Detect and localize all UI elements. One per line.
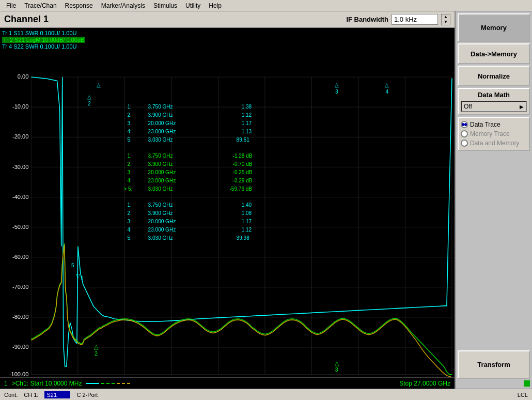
statusbar: Cont. CH 1: C 2-Port LCL <box>0 389 532 400</box>
ch-label: CH 1: <box>24 392 38 398</box>
data-math-title: Data Math <box>461 91 527 99</box>
menu-trace-chan[interactable]: Trace/Chan <box>20 1 60 10</box>
svg-text:89.61: 89.61 <box>237 136 249 142</box>
svg-text:3:: 3: <box>127 120 131 126</box>
transform-button[interactable]: Transform <box>458 350 530 379</box>
legend-cyan <box>86 383 99 384</box>
data-math-dropdown[interactable]: Off ▶ <box>461 101 527 112</box>
svg-text:2:: 2: <box>127 210 131 216</box>
menu-help[interactable]: Help <box>205 1 226 10</box>
trace-2-info: Tr 2 S21 LogM 10.00dB/ 0.00dB <box>2 37 85 43</box>
svg-text:4:: 4: <box>127 227 131 233</box>
chart-bottom: 1 >Ch1: Start 10.0000 MHz Stop 27.0000 G… <box>0 377 455 389</box>
svg-text:△: △ <box>97 82 101 88</box>
svg-text:3.900 GHz: 3.900 GHz <box>148 112 173 118</box>
normalize-button[interactable]: Normalize <box>458 66 530 86</box>
svg-text:△: △ <box>335 82 339 88</box>
svg-text:-80.00: -80.00 <box>12 314 28 320</box>
svg-text:-0.25 dB: -0.25 dB <box>233 170 253 175</box>
legend-green <box>101 383 115 384</box>
svg-text:20.000 GHz: 20.000 GHz <box>148 120 176 126</box>
svg-text:3.900 GHz: 3.900 GHz <box>148 210 173 216</box>
svg-text:3.030 GHz: 3.030 GHz <box>148 186 173 192</box>
cont-mode: Cont. <box>4 392 18 398</box>
svg-text:3:: 3: <box>127 170 131 175</box>
trace-1-info: Tr 1 S11 SWR 0.100U/ 1.00U <box>2 30 85 36</box>
svg-text:1.08: 1.08 <box>242 210 252 216</box>
memory-button[interactable]: Memory <box>458 13 530 42</box>
if-bandwidth-down[interactable]: ▼ <box>442 20 450 25</box>
svg-text:23.000 GHz: 23.000 GHz <box>148 129 176 134</box>
menu-response[interactable]: Response <box>61 1 97 10</box>
s21-input[interactable] <box>44 391 70 398</box>
menu-file[interactable]: File <box>2 1 20 10</box>
svg-text:-1.28 dB: -1.28 dB <box>233 153 253 159</box>
svg-text:1.40: 1.40 <box>242 202 252 208</box>
svg-text:5:: 5: <box>127 136 131 142</box>
green-indicator <box>524 380 530 387</box>
if-bandwidth-area: IF Bandwidth ▲ ▼ <box>346 14 450 25</box>
svg-text:1.17: 1.17 <box>242 219 252 224</box>
svg-text:△: △ <box>87 94 91 100</box>
svg-text:1.12: 1.12 <box>242 227 252 233</box>
menu-stimulus[interactable]: Stimulus <box>149 1 181 10</box>
svg-text:-30.00: -30.00 <box>12 163 28 170</box>
port-label: C 2-Port <box>76 392 98 398</box>
data-trace-label: Data Trace <box>470 121 500 128</box>
svg-text:20.000 GHz: 20.000 GHz <box>148 219 176 224</box>
svg-text:1.12: 1.12 <box>242 112 252 118</box>
data-and-memory-radio-dot <box>461 140 468 147</box>
menu-utility[interactable]: Utility <box>181 1 205 10</box>
lcl-label: LCL <box>518 392 528 398</box>
data-trace-radio-dot <box>461 121 468 128</box>
trace-number: 1 <box>4 380 8 387</box>
menubar: File Trace/Chan Response Marker/Analysis… <box>0 0 532 11</box>
dropdown-arrow-icon: ▶ <box>520 104 524 110</box>
svg-text:2: 2 <box>88 101 91 106</box>
if-bandwidth-up[interactable]: ▲ <box>442 14 450 20</box>
svg-text:5:: 5: <box>127 235 131 241</box>
svg-text:23.000 GHz: 23.000 GHz <box>148 178 176 183</box>
main-area: Channel 1 IF Bandwidth ▲ ▼ Tr 1 S11 SWR … <box>0 11 532 389</box>
svg-text:-40.00: -40.00 <box>12 193 28 199</box>
svg-text:-0.70 dB: -0.70 dB <box>233 161 253 167</box>
stop-info: Stop 27.0000 GHz <box>399 380 450 387</box>
trace-display-radio-group: Data Trace Memory Trace Data and Memory <box>458 117 530 151</box>
menu-marker-analysis[interactable]: Marker/Analysis <box>97 1 149 10</box>
svg-text:2: 2 <box>95 350 98 357</box>
chart-header: Channel 1 IF Bandwidth ▲ ▼ <box>0 11 455 28</box>
svg-text:-0.29 dB: -0.29 dB <box>233 178 253 183</box>
svg-text:23.000 GHz: 23.000 GHz <box>148 227 176 233</box>
memory-trace-radio[interactable]: Memory Trace <box>461 130 527 137</box>
svg-text:-50.00: -50.00 <box>12 223 28 229</box>
right-panel: Memory Data->Memory Normalize Data Math … <box>455 11 532 389</box>
svg-text:3.750 GHz: 3.750 GHz <box>148 153 173 159</box>
svg-text:△: △ <box>94 344 99 350</box>
svg-text:3.900 GHz: 3.900 GHz <box>148 161 173 167</box>
svg-text:3: 3 <box>335 366 338 373</box>
chart-svg: 0.00 -10.00 -20.00 -30.00 -40.00 -50.00 … <box>0 28 455 377</box>
if-bandwidth-input[interactable] <box>392 14 438 25</box>
svg-text:1:: 1: <box>127 202 131 208</box>
svg-text:3.750 GHz: 3.750 GHz <box>148 202 173 208</box>
svg-text:1.17: 1.17 <box>242 120 252 126</box>
svg-text:1.38: 1.38 <box>242 104 252 110</box>
svg-text:3: 3 <box>335 89 338 95</box>
svg-text:0.00: 0.00 <box>18 73 29 80</box>
chart-area: Channel 1 IF Bandwidth ▲ ▼ Tr 1 S11 SWR … <box>0 11 455 389</box>
svg-text:3:: 3: <box>127 219 131 224</box>
svg-text:-10.00: -10.00 <box>12 103 28 110</box>
svg-text:▽: ▽ <box>76 273 80 279</box>
trace-4-info: Tr 4 S22 SWR 0.100U/ 1.00U <box>2 43 85 50</box>
data-math-group: Data Math Off ▶ <box>458 88 530 115</box>
svg-text:3.030 GHz: 3.030 GHz <box>148 235 173 241</box>
svg-text:1:: 1: <box>127 153 131 159</box>
data-memory-button[interactable]: Data->Memory <box>458 43 530 64</box>
data-trace-radio[interactable]: Data Trace <box>461 121 527 128</box>
svg-text:3.750 GHz: 3.750 GHz <box>148 104 173 110</box>
svg-text:-100.00: -100.00 <box>9 371 28 377</box>
data-and-memory-radio[interactable]: Data and Memory <box>461 140 527 147</box>
svg-text:5: 5 <box>71 262 74 268</box>
svg-text:-90.00: -90.00 <box>12 344 28 350</box>
trace-info: Tr 1 S11 SWR 0.100U/ 1.00U Tr 2 S21 LogM… <box>2 30 85 50</box>
